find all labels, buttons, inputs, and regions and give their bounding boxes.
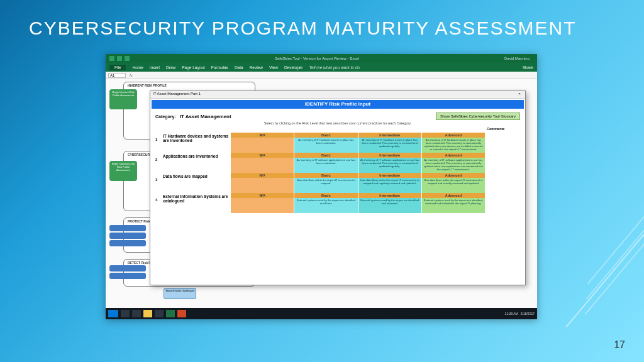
tell-me[interactable]: Tell me what you want to do [309,65,360,70]
level-cell[interactable]: BasicAn inventory of IT software applica… [294,153,357,173]
tray-date: 5/18/2017 [521,312,535,315]
taskbar-folder-icon[interactable] [155,310,164,317]
level-description[interactable]: External systems used by the airport are… [294,198,357,213]
comments-cell[interactable] [485,153,520,173]
tab-developer[interactable]: Developer [284,65,303,70]
category-label: Category: [155,114,176,119]
protect-sub-1[interactable] [109,225,146,231]
level-cell[interactable]: IntermediateHow data flows within the ai… [358,173,421,193]
level-header: Advanced [422,193,485,198]
level-cell[interactable]: N/A [231,153,294,173]
comments-cell[interactable] [485,173,520,193]
share-button[interactable]: Share [523,65,533,70]
level-cell[interactable]: N/A [231,133,294,153]
level-header: Advanced [422,133,485,138]
level-header: Intermediate [358,193,421,198]
save-icon[interactable] [109,56,114,61]
assessment-row: 2Applications are inventoriedN/ABasicAn … [155,153,520,173]
tab-review[interactable]: Review [250,65,263,70]
level-cell[interactable]: AdvancedAn inventory of IT hardware asse… [422,133,485,153]
level-description[interactable]: How data flows within the airport IT env… [358,178,421,193]
results-dashboard-button[interactable]: Show Results Dashboard [164,288,196,299]
name-box[interactable]: A1 [108,73,126,78]
protect-sub-2[interactable] [109,233,146,239]
comments-cell[interactable] [485,133,520,153]
level-cell[interactable]: IntermediateAn inventory of IT hardware … [358,133,421,153]
row-question: Applications are inventoried [162,153,231,173]
taskbar-powerpoint-icon[interactable] [177,310,186,317]
dialog-body: Category: IT Asset Management Show SafeS… [150,110,525,285]
level-description[interactable] [231,178,294,193]
start-button[interactable] [108,310,118,317]
system-tray[interactable]: 11:28 AM 5/18/2017 [505,312,535,315]
level-header: Intermediate [358,133,421,138]
level-cell[interactable]: N/A [231,173,294,193]
tab-page-layout[interactable]: Page Layout [182,65,205,70]
tab-draw[interactable]: Draw [166,65,175,70]
fx-icon[interactable]: fx [130,74,133,77]
level-cell[interactable]: BasicExternal systems used by the airpor… [294,193,357,213]
level-description[interactable] [231,138,294,153]
tab-insert[interactable]: Insert [150,65,160,70]
category-name: IT Asset Management [180,114,231,119]
level-description[interactable]: An inventory of IT software applications… [358,158,421,173]
tab-data[interactable]: Data [235,65,243,70]
level-cell[interactable]: AdvancedHow data flows within the airpor… [422,173,485,193]
row-question: Data flows are mapped [162,173,231,193]
level-cell[interactable]: BasicAn inventory of IT hardware assets … [294,133,357,153]
level-description[interactable]: An inventory of IT hardware assets in pl… [422,138,485,153]
workbook-title: SafeSkies Tool - Version for Airport Rev… [132,57,502,60]
level-header: Basic [294,193,357,198]
level-header: Advanced [422,173,485,178]
level-description[interactable]: How data flows within the airport IT env… [422,178,485,193]
level-description[interactable] [231,158,294,173]
level-header: N/A [231,193,294,198]
tab-home[interactable]: Home [132,65,143,70]
tab-file[interactable]: File [109,65,126,70]
taskbar-chrome-icon[interactable] [143,310,152,317]
taskbar-edge-icon[interactable] [132,310,141,317]
tab-formulas[interactable]: Formulas [211,65,228,70]
level-cell[interactable]: N/A [231,193,294,213]
undo-icon[interactable] [117,56,122,61]
tab-view[interactable]: View [269,65,278,70]
level-description[interactable] [231,198,294,213]
row-number: 4 [155,193,162,213]
level-header: N/A [231,133,294,138]
level-header: Intermediate [358,173,421,178]
assessment-grid: Comments 1IT Hardware devices and system… [155,126,520,213]
level-description[interactable]: External systems used by the airport are… [422,198,485,213]
begin-inherent-button[interactable]: Begin Inherent Risk Profile Assessment [109,89,137,109]
level-description[interactable]: An inventory of IT hardware assets in pl… [294,138,357,153]
slide-background: CYBERSECURITY PROGRAM MATURITY ASSESSMEN… [0,0,644,362]
detect-sub-1[interactable] [109,265,146,272]
redo-icon[interactable] [125,56,130,61]
taskbar-explorer-icon[interactable] [121,310,130,317]
protect-sub-3[interactable] [109,240,146,246]
begin-cyber-button[interactable]: Begin Cybersecurity Risk Profile Assessm… [109,161,137,181]
assessment-row: 3Data flows are mappedN/ABasicHow data f… [155,173,520,193]
excel-window: SafeSkies Tool - Version for Airport Rev… [106,54,537,319]
dialog-titlebar[interactable]: IT Asset Management Part 1 × [150,91,525,99]
level-cell[interactable]: BasicHow data flows within the airport I… [294,173,357,193]
tray-time: 11:28 AM [505,312,518,315]
level-cell[interactable]: IntermediateExternal systems used by the… [358,193,421,213]
level-description[interactable]: How data flows within the airport IT env… [294,178,357,193]
row-number: 3 [155,173,162,193]
taskbar-excel-icon[interactable] [166,310,175,317]
worksheet-area[interactable]: INHERENT RISK PROFILE CYBERSECURITY RISK… [106,79,537,310]
slide-number: 17 [614,339,625,351]
level-description[interactable]: An inventory of IT software applications… [422,158,485,173]
level-cell[interactable]: AdvancedExternal systems used by the air… [422,193,485,213]
detect-sub-2[interactable] [109,273,146,279]
close-icon[interactable]: × [516,92,523,97]
level-header: Basic [294,153,357,158]
level-cell[interactable]: AdvancedAn inventory of IT software appl… [422,153,485,173]
glossary-button[interactable]: Show SafeSkies Cybersecurity Tool Glossa… [436,112,520,120]
level-cell[interactable]: IntermediateAn inventory of IT software … [358,153,421,173]
level-description[interactable]: An inventory of IT hardware assets in pl… [358,138,421,153]
comments-cell[interactable] [485,193,520,213]
formula-bar: A1 fx [106,72,537,79]
level-description[interactable]: External systems used by the airport are… [358,198,421,213]
level-description[interactable]: An inventory of IT software applications… [294,158,357,173]
